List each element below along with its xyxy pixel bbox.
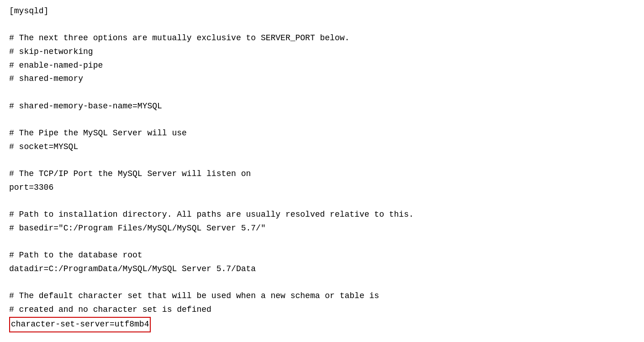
- code-line: [9, 332, 635, 342]
- code-line: character-set-server=utf8mb4: [9, 317, 635, 332]
- code-line: [mysqld]: [9, 5, 635, 18]
- code-line: # The Pipe the MySQL Server will use: [9, 127, 635, 140]
- code-line: # The next three options are mutually ex…: [9, 32, 635, 45]
- code-line: # The default character set that will be…: [9, 289, 635, 303]
- code-line: [9, 86, 635, 100]
- code-line: [9, 113, 635, 127]
- code-line: port=3306: [9, 181, 635, 195]
- code-line: [9, 18, 635, 32]
- code-line: # shared-memory-base-name=MYSQL: [9, 100, 635, 113]
- code-line: # Path to installation directory. All pa…: [9, 208, 635, 222]
- code-line: datadir=C:/ProgramData/MySQL/MySQL Serve…: [9, 262, 635, 276]
- code-line: # The TCP/IP Port the MySQL Server will …: [9, 167, 635, 181]
- highlighted-line[interactable]: character-set-server=utf8mb4: [9, 317, 151, 332]
- code-line: # Path to the database root: [9, 249, 635, 262]
- code-line: # shared-memory: [9, 72, 635, 86]
- code-line: [9, 276, 635, 290]
- code-line: # created and no character set is define…: [9, 303, 635, 317]
- code-line: [9, 235, 635, 249]
- code-editor: [mysqld] # The next three options are mu…: [9, 5, 635, 342]
- code-line: # basedir="C:/Program Files/MySQL/MySQL …: [9, 222, 635, 235]
- code-line: # skip-networking: [9, 45, 635, 59]
- code-line: # enable-named-pipe: [9, 59, 635, 73]
- code-line: [9, 154, 635, 168]
- code-line: # socket=MYSQL: [9, 140, 635, 154]
- code-line: [9, 195, 635, 208]
